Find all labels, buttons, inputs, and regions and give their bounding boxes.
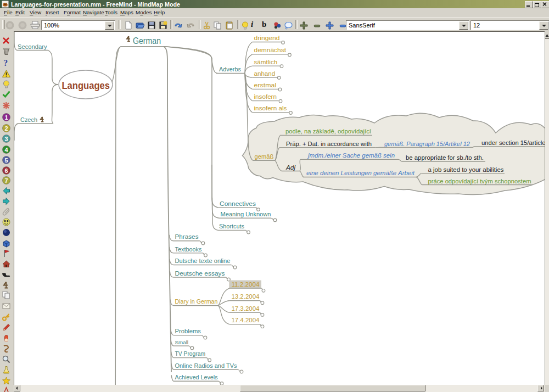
svg-text:dringend: dringend [254, 35, 280, 41]
svg-text:Deutsche essays: Deutsche essays [175, 270, 225, 277]
svg-text:German: German [133, 36, 161, 46]
svg-text:Textbooks: Textbooks [175, 246, 202, 253]
svg-text:7: 7 [4, 177, 8, 184]
svg-text:podle, na základě, odpovídajíc: podle, na základě, odpovídající [285, 128, 372, 135]
svg-text:Problems: Problems [175, 328, 201, 334]
svg-text:?: ? [3, 58, 8, 68]
svg-text:3: 3 [4, 136, 8, 142]
svg-text:Shortcuts: Shortcuts [219, 223, 244, 229]
svg-text:Languages: Languages [62, 80, 110, 91]
svg-text:Diary in German: Diary in German [175, 298, 218, 305]
svg-text:13.2.2004: 13.2.2004 [231, 293, 259, 300]
svg-text:Czech: Czech [20, 116, 37, 123]
svg-text:insofern als: insofern als [254, 105, 287, 111]
svg-text:eine deinen Leistungen gemäße: eine deinen Leistungen gemäße Arbeit [306, 170, 415, 176]
svg-text:1: 1 [4, 114, 8, 121]
svg-text:sämtlich: sämtlich [254, 59, 278, 65]
svg-text:Meaning Unknown: Meaning Unknown [221, 211, 271, 217]
svg-text:under section 15/article 1: under section 15/article 1 [481, 139, 545, 146]
svg-text:be appropriate for sb./to sth.: be appropriate for sb./to sth. [406, 154, 484, 161]
svg-text:gemäß. Paragraph 15/Artikel 12: gemäß. Paragraph 15/Artikel 12 [384, 141, 470, 147]
svg-text:Online Radios and TVs: Online Radios and TVs [175, 362, 237, 369]
svg-text:2: 2 [4, 125, 8, 132]
svg-text:6: 6 [4, 167, 8, 174]
svg-text:Secondary: Secondary [18, 43, 47, 50]
svg-text:gemäß: gemäß [255, 153, 274, 160]
svg-text:4: 4 [4, 147, 8, 153]
svg-text:Achieved Levels: Achieved Levels [175, 374, 218, 380]
svg-text:anhand: anhand [254, 70, 276, 77]
svg-text:jmdm./einer Sache gemäß sein: jmdm./einer Sache gemäß sein [307, 152, 395, 159]
svg-text:Adverbs: Adverbs [219, 66, 241, 72]
svg-text:Präp. + Dat. in accordance wit: Präp. + Dat. in accordance with [286, 141, 372, 147]
svg-text:Connectives: Connectives [220, 200, 256, 207]
svg-text:TV Program: TV Program [175, 350, 206, 357]
svg-text:insofern: insofern [254, 93, 277, 100]
svg-text:Dutsche texte online: Dutsche texte online [175, 257, 231, 264]
svg-text:Phrases: Phrases [175, 233, 199, 240]
svg-text:a job suited to your abilities: a job suited to your abilities [428, 166, 504, 173]
svg-text:Small: Small [175, 340, 189, 345]
svg-text:práce odpovídající tvým schopn: práce odpovídající tvým schopnostem [428, 178, 531, 184]
svg-text:demnächst: demnächst [254, 47, 287, 53]
svg-text:17.3.2004: 17.3.2004 [231, 305, 259, 312]
svg-text:Adj: Adj [285, 164, 296, 171]
svg-text:5: 5 [4, 157, 8, 164]
svg-text:erstmal: erstmal [254, 82, 277, 88]
svg-text:17.4.2004: 17.4.2004 [231, 317, 259, 323]
svg-text:11.2.2004: 11.2.2004 [231, 281, 259, 288]
